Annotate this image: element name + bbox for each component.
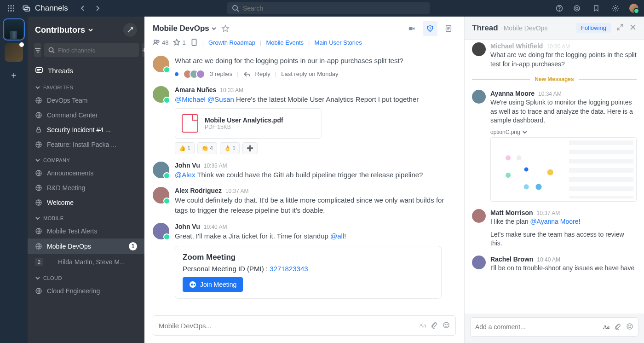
sidebar-item-label: Welcome: [47, 199, 137, 206]
sidebar-item[interactable]: Announcements: [28, 166, 144, 180]
pdf-icon: [182, 114, 198, 133]
member-count[interactable]: 48: [153, 39, 168, 46]
add-workspace-button[interactable]: +: [5, 66, 23, 85]
format-icon[interactable]: Aa: [419, 322, 426, 329]
doc-icon[interactable]: [190, 39, 198, 46]
expand-icon[interactable]: [616, 23, 624, 32]
workspace-tile-2[interactable]: [5, 43, 23, 62]
create-button[interactable]: [123, 23, 137, 37]
find-channels[interactable]: [44, 43, 139, 57]
sidebar-item-label: Cloud Engineering: [47, 287, 137, 295]
thread-message: Rachel Brown10:40 AMI'll be on to troubl…: [472, 252, 637, 277]
avatar[interactable]: [472, 256, 486, 269]
following-pill[interactable]: Following: [576, 23, 611, 33]
nav-back-button[interactable]: [76, 2, 89, 15]
channels-icon: [22, 4, 30, 12]
video-call-button[interactable]: [404, 21, 419, 36]
mention[interactable]: @Alex: [175, 171, 195, 179]
zoom-pmi: Personal Meeting ID (PMI) : 3271823343: [183, 265, 434, 273]
reaction[interactable]: 👏 4: [197, 142, 217, 154]
file-attachment[interactable]: Mobile User Analytics.pdfPDF 15KB: [175, 108, 322, 139]
message-composer[interactable]: Aa: [153, 315, 456, 336]
find-channels-input[interactable]: [58, 47, 135, 54]
avatar[interactable]: [153, 86, 169, 103]
avatar[interactable]: [472, 42, 486, 56]
avatar[interactable]: [153, 187, 169, 203]
composer-input[interactable]: [159, 322, 414, 330]
bookmark-icon[interactable]: [590, 2, 603, 15]
message-time: 10:40 AM: [204, 224, 227, 230]
sidebar-item[interactable]: Feature: Install Packa ...: [28, 137, 144, 152]
brand-label: Channels: [35, 4, 68, 13]
num-icon: [46, 258, 53, 266]
thread-message: Ayanna Moore10:34 AMWe're using Splunk t…: [472, 86, 637, 205]
section-header-favorites[interactable]: FAVORITES: [28, 79, 144, 93]
avatar[interactable]: [153, 223, 169, 239]
reaction[interactable]: 👍 1: [175, 142, 195, 154]
message-text: I like the plan @Ayanna Moore!: [490, 217, 637, 227]
sidebar-item[interactable]: Welcome: [28, 195, 144, 210]
message-text: @Michael @Susan Here's the latest Mobile…: [175, 94, 456, 105]
mention[interactable]: @all: [330, 232, 344, 240]
avatar[interactable]: [153, 162, 169, 178]
threads-link[interactable]: Threads: [28, 62, 144, 79]
header-link[interactable]: Mobile Events: [266, 39, 304, 46]
files-icon[interactable]: [441, 21, 456, 36]
user-avatar[interactable]: [628, 3, 639, 14]
avatar[interactable]: [472, 209, 486, 223]
join-meeting-button[interactable]: Join Meeting: [183, 277, 243, 292]
sidebar-item[interactable]: Security Incident #4 ...: [28, 122, 144, 137]
sidebar-item-label: Command Center: [47, 111, 137, 119]
attachment-icon[interactable]: [614, 323, 621, 331]
nav-forward-button[interactable]: [91, 2, 104, 15]
settings-icon[interactable]: [609, 2, 622, 15]
attachment-icon[interactable]: [431, 321, 438, 330]
sidebar-item[interactable]: R&D Meeting: [28, 180, 144, 195]
close-icon[interactable]: [629, 23, 637, 32]
shield-icon[interactable]: [423, 21, 437, 36]
reaction[interactable]: 👌 1: [220, 142, 240, 154]
sidebar-item[interactable]: 2Hilda Martin, Steve M...: [28, 254, 144, 270]
mention[interactable]: @Ayanna Moore: [530, 218, 578, 225]
workspace-name[interactable]: Contributors: [35, 25, 93, 35]
thread-composer-input[interactable]: [475, 323, 598, 331]
filter-button[interactable]: [34, 43, 41, 57]
svg-rect-1: [11, 5, 12, 6]
help-icon[interactable]: [553, 2, 566, 15]
sidebar-item[interactable]: Mobile DevOps1: [28, 238, 144, 254]
header-link[interactable]: Main User Stories: [314, 39, 362, 46]
search-input[interactable]: [243, 5, 425, 12]
emoji-icon[interactable]: [626, 323, 633, 331]
star-count[interactable]: 1: [173, 39, 185, 46]
svg-rect-40: [192, 39, 196, 46]
mention[interactable]: @Michael: [175, 95, 206, 103]
header-link[interactable]: Growth Roadmap: [208, 39, 255, 46]
mention[interactable]: @Susan: [207, 95, 234, 103]
chat-panel: Mobile DevOps 48 1 | Growth Roadmap| Mob…: [144, 17, 465, 343]
reaction[interactable]: ➕: [242, 142, 258, 154]
svg-rect-42: [191, 284, 193, 285]
channel-title[interactable]: Mobile DevOps: [153, 24, 217, 33]
section-header-company[interactable]: COMPANY: [28, 152, 144, 166]
global-search[interactable]: [227, 2, 430, 14]
sidebar-item[interactable]: Cloud Engineering: [28, 284, 144, 298]
workspace-tile-1[interactable]: [5, 20, 23, 39]
section-header-mobile[interactable]: MOBILE: [28, 210, 144, 224]
message-text: Great, I'll make a Jira ticket for it. T…: [175, 231, 456, 241]
sidebar-item[interactable]: Command Center: [28, 108, 144, 122]
section-header-cloud[interactable]: CLOUD: [28, 270, 144, 284]
apps-grid-icon[interactable]: [5, 2, 17, 15]
lock-icon: [35, 126, 42, 134]
star-icon[interactable]: [221, 24, 230, 33]
thread-summary[interactable]: 3 replies|Reply|Last reply on Monday: [175, 70, 456, 79]
globe-icon: [35, 243, 42, 250]
image-attachment[interactable]: optionC.png: [490, 128, 637, 202]
sidebar-item[interactable]: Mobile Test Alerts: [28, 224, 144, 238]
message-author: John Vu: [175, 162, 200, 169]
avatar[interactable]: [472, 90, 486, 104]
emoji-icon[interactable]: [443, 321, 450, 330]
format-icon[interactable]: Aa: [603, 324, 610, 331]
sidebar-item[interactable]: DevOps Team: [28, 93, 144, 108]
mentions-icon[interactable]: [570, 2, 583, 15]
thread-composer[interactable]: Aa: [470, 317, 638, 337]
